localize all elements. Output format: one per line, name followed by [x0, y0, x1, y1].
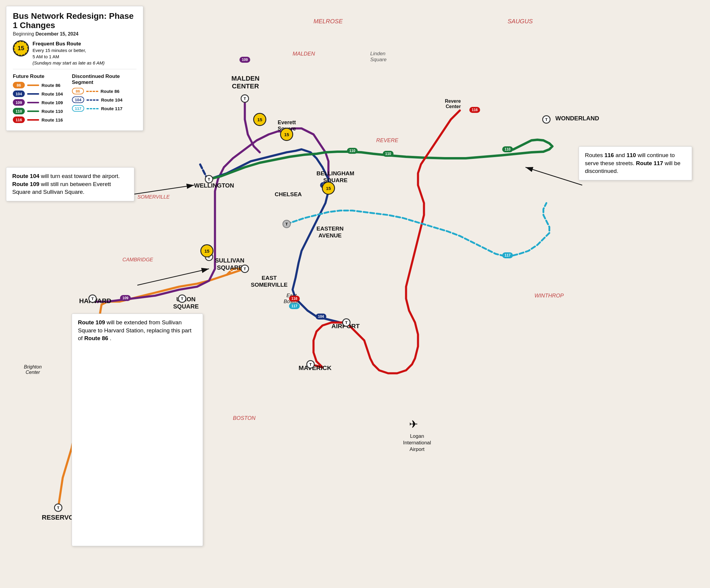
map-label-revere: REVERE — [376, 137, 398, 144]
legend-item-110: 110 Route 110 — [13, 108, 63, 114]
freq-badge-legend: 15 — [13, 40, 29, 56]
legend-label-116: Route 116 — [42, 117, 63, 122]
legend-box: Bus Network Redesign: Phase 1 Changes Be… — [6, 6, 143, 131]
freq-badge-map-4: 15 — [322, 182, 335, 195]
map-label-cambridge: CAMBRIDGE — [122, 257, 153, 263]
legend-label-104: Route 104 — [42, 91, 63, 96]
discontinued-routes-header: Discontinued RouteSegment — [72, 73, 122, 86]
disc-badge-104: 104 — [72, 96, 85, 103]
route-badge-109-union: 109 — [120, 295, 131, 301]
t-station-airport: T — [342, 318, 351, 327]
t-station-wonderland: T — [542, 115, 550, 124]
map-label-saugus: SAUGUS — [507, 18, 532, 25]
ann3-110: 110 — [626, 152, 636, 158]
freq-badge-map-3: 15 — [200, 244, 213, 257]
map-label-boston: BOSTON — [233, 415, 256, 421]
route-badge-104-legend: 104 — [13, 91, 25, 97]
legend-columns: Future Route 86 Route 86 104 Route 104 1… — [13, 73, 137, 125]
t-station-chelsea: T — [282, 220, 291, 228]
map-label-malden: MALDEN — [292, 51, 315, 57]
route-badge-109-north: 109 — [239, 57, 250, 63]
ann2-route109: Route 109 — [78, 319, 105, 326]
t-station-maverick: T — [306, 360, 315, 369]
route-badge-116-revere: 116 — [469, 107, 480, 113]
legend-label-110: Route 110 — [42, 109, 63, 114]
freq-description: Every 15 minutes or better,5 AM to 1 AM(… — [32, 48, 104, 65]
disc-item-104: 104 Route 104 — [72, 96, 122, 103]
route-badge-104-bottom: 104 — [315, 313, 326, 320]
annotation-109-extension: Route 109 will be extended from Sullivan… — [72, 313, 203, 546]
map-label-eastern-ave: EASTERNAVENUE — [316, 226, 344, 239]
route-badge-110-park: 110 — [383, 151, 394, 157]
map-label-revere-center: RevereCenter — [445, 98, 461, 109]
route-line-86 — [27, 85, 39, 86]
route-badge-117: 117 — [502, 252, 513, 258]
route-badge-110-legend: 110 — [13, 108, 25, 114]
disc-badge-117: 117 — [72, 105, 85, 112]
ann3-116: 116 — [604, 152, 614, 158]
ann1-route109: Route 109 — [12, 181, 40, 187]
ann1-route104: Route 104 — [12, 173, 40, 179]
discontinued-routes-col: Discontinued RouteSegment 86 Route 86 10… — [72, 73, 122, 125]
route-badge-109-legend: 109 — [13, 99, 25, 106]
map-label-logan: LoganInternationalAirport — [403, 433, 431, 453]
route-badge-117-bottom: 117 — [289, 303, 300, 309]
page-title: Bus Network Redesign: Phase 1 Changes — [13, 11, 137, 30]
route-badge-110-mid: 110 — [347, 148, 358, 154]
legend-item-116: 116 Route 116 — [13, 116, 63, 123]
disc-line-86 — [86, 91, 98, 92]
annotation-116-110-117: Routes 116 and 110 will continue to serv… — [578, 146, 692, 180]
legend-item-109: 109 Route 109 — [13, 99, 63, 106]
route-line-110 — [27, 111, 39, 112]
annotation-104-109: Route 104 will turn east toward the airp… — [6, 167, 134, 201]
legend-label-86: Route 86 — [42, 83, 60, 88]
route-line-116 — [27, 119, 39, 121]
map-label-malden-center: MALDENCENTER — [231, 75, 259, 90]
disc-label-104: Route 104 — [101, 97, 122, 102]
legend-label-109: Route 109 — [42, 100, 63, 105]
t-station-wellington: T — [205, 175, 213, 183]
route-badge-110-east: 110 — [502, 146, 513, 152]
freq-badge-map-1: 15 — [253, 113, 266, 126]
ann2-route86: Route 86 — [84, 335, 108, 341]
t-station-union: T — [178, 295, 186, 303]
disc-item-86: 86 Route 86 — [72, 88, 122, 94]
disc-badge-86: 86 — [72, 88, 84, 94]
t-station-east-somerville: T — [241, 265, 249, 273]
disc-line-117 — [87, 108, 98, 109]
ann3-117: Route 117 — [636, 160, 663, 166]
t-station-reservoir: T — [54, 503, 63, 512]
map-label-sullivan-sq: SULLIVANSQUARE — [215, 257, 244, 271]
disc-label-117: Route 117 — [101, 106, 122, 111]
legend-item-104: 104 Route 104 — [13, 91, 63, 97]
future-routes-header: Future Route — [13, 73, 63, 79]
t-station-malden: T — [241, 94, 249, 103]
map-label-winthrop: WINTHROP — [535, 293, 564, 299]
route-line-104 — [27, 93, 39, 95]
subtitle-date: December 15, 2024 — [36, 31, 78, 37]
ann3-text3: and — [615, 152, 626, 158]
map-label-melrose: MELROSE — [313, 18, 343, 25]
disc-label-86: Route 86 — [101, 89, 119, 94]
map-label-chelsea: CHELSEA — [275, 191, 302, 198]
disc-item-117: 117 Route 117 — [72, 105, 122, 112]
map-label-east-somerville: EASTSOMERVILLE — [251, 275, 287, 288]
route-badge-116-legend: 116 — [13, 116, 25, 123]
map-label-somerville: SOMERVILLE — [137, 194, 170, 200]
ann3-text1: Routes — [585, 152, 604, 158]
t-station-harvard: T — [88, 295, 97, 303]
map-label-wonderland: WONDERLAND — [555, 115, 599, 122]
frequent-route-row: 15 Frequent Bus Route Every 15 minutes o… — [13, 40, 137, 70]
airport-icon: ✈ — [409, 418, 418, 431]
map-label-brighton: BrightonCenter — [24, 364, 42, 375]
legend-item-86: 86 Route 86 — [13, 82, 63, 88]
freq-badge-map-2: 15 — [280, 128, 293, 141]
future-routes-col: Future Route 86 Route 86 104 Route 104 1… — [13, 73, 63, 125]
ann2-text4: . — [110, 335, 111, 341]
route-line-109 — [27, 102, 39, 103]
ann1-text2: will turn east toward the airport. — [41, 173, 120, 179]
disc-line-104 — [87, 99, 98, 101]
map-label-bellingham: BELLINGHAMSQUARE — [316, 170, 354, 184]
map-label-maverick: MAVERICK — [299, 364, 331, 372]
route-badge-86-legend: 86 — [13, 82, 25, 88]
